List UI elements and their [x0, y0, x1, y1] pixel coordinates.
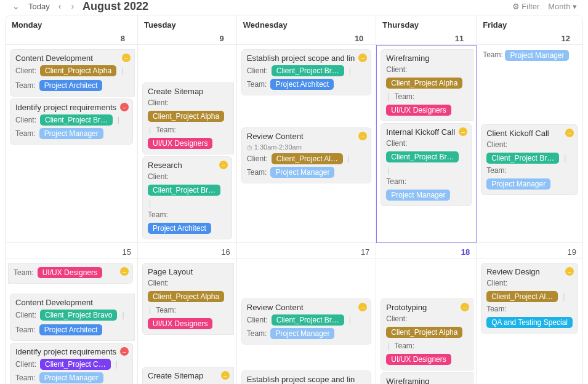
event-wireframing[interactable]: Wireframing Client:Client_Project Alpha|… [381, 49, 473, 121]
day-number-cell: 19 [477, 243, 583, 258]
event-content-development[interactable]: Content Development Client:Client_Projec… [10, 294, 135, 341]
event-client-kickoff[interactable]: – Client Kickoff Call Client:Client_Proj… [481, 124, 578, 195]
day-cell[interactable]: – Review Content Client:Client_Project B… [237, 258, 377, 384]
prev-chevron[interactable]: ‹ [57, 1, 63, 11]
client-badge: Client_Project Bravo [40, 310, 117, 321]
client-badge: Client_Project Br… [486, 153, 559, 164]
client-badge: Client_Project Br… [148, 185, 220, 196]
team-badge: QA and Testing Special [486, 317, 573, 328]
day-cell[interactable]: – Establish project scope and lin Client… [237, 45, 377, 243]
status-icon: – [122, 54, 131, 62]
team-badge: UI/UX Designers [148, 138, 212, 149]
team-badge: Project Manager [486, 178, 550, 190]
team-badge: Project Manager [39, 128, 103, 139]
event-research[interactable]: – Research Client:Client_Project Br…| Te… [142, 156, 232, 239]
client-badge: Client_Project Br… [272, 314, 344, 326]
event-page-layout[interactable]: Page Layout Client:Client_Project Alpha|… [142, 263, 234, 335]
day-cell[interactable]: Wireframing Client:Client_Project Alpha|… [376, 45, 477, 243]
calendar-toolbar: ⌄ Today ‹ › August 2022 ⚙ Filter Month ▾ [0, 0, 588, 12]
team-badge: Project Architect [39, 324, 103, 335]
status-icon: – [565, 267, 574, 276]
status-icon: – [120, 267, 129, 276]
client-badge: Client_Project Al… [272, 153, 343, 164]
month-title: August 2022 [83, 0, 148, 13]
team-badge: Project Architect [39, 80, 103, 91]
day-header-thursday: Thursday11 [376, 15, 477, 45]
day-number-cell: 16 [138, 243, 237, 258]
day-cell[interactable]: – Content Development Client: Client_Pro… [6, 45, 138, 243]
team-badge: UI/UX Designers [386, 354, 451, 365]
team-badge: Project Manager [505, 50, 569, 61]
team-badge: Project Manager [386, 190, 450, 201]
client-badge: Client_Project Alpha [148, 291, 224, 302]
day-header-friday: Friday12 [477, 15, 583, 45]
day-number-cell: 15 [6, 243, 138, 258]
day-header-monday: Monday8 [6, 15, 138, 45]
day-header-tuesday: Tuesday9 [138, 15, 237, 45]
dropdown-chevron[interactable]: ⌄ [11, 1, 21, 11]
client-badge: Client_Project Br… [272, 65, 344, 76]
event-wireframing[interactable]: Wireframing Client:Client_Project Br…|Te… [381, 372, 473, 384]
status-icon: – [221, 371, 230, 380]
client-badge: Client_Project Al… [486, 291, 558, 302]
event-internal-kickoff[interactable]: – Internal Kickoff Call Client:Client_Pr… [381, 123, 472, 206]
day-cell[interactable]: – Review Design Client:Client_Project Al… [477, 258, 583, 384]
client-badge: Client_Project Alpha [40, 65, 116, 76]
event-content-development[interactable]: – Content Development Client: Client_Pro… [10, 49, 135, 97]
calendar-grid: Monday8 Tuesday9 Wednesday10 Thursday11 … [5, 15, 583, 384]
event-identify-requirements[interactable]: – Identify project requirements Client:C… [10, 98, 133, 145]
status-icon: – [219, 161, 228, 169]
team-badge: Project Manager [270, 328, 334, 339]
event-continuation[interactable]: – Team:UI/UX Designers [8, 263, 133, 284]
team-badge: UI/UX Designers [386, 105, 451, 116]
day-cell[interactable]: Team: Project Manager – Client Kickoff C… [477, 45, 583, 243]
event-create-sitemap[interactable]: Create Sitemap Client:Client_Project Alp… [142, 82, 234, 154]
next-chevron[interactable]: › [70, 1, 75, 11]
status-icon: – [120, 347, 129, 356]
event-review-content[interactable]: – Review Content Client:Client_Project B… [241, 298, 372, 345]
event-review-design[interactable]: – Review Design Client:Client_Project Al… [481, 263, 578, 334]
event-identify-requirements[interactable]: – Identify project requirements Client:C… [10, 343, 133, 384]
team-badge: UI/UX Designers [148, 318, 212, 329]
team-badge: Project Manager [39, 372, 103, 383]
event-create-sitemap[interactable]: – Create Sitemap Client:Client_Project B… [142, 367, 234, 384]
day-number-cell: 17 [237, 243, 377, 258]
day-cell[interactable]: Create Sitemap Client:Client_Project Alp… [138, 45, 237, 243]
event-establish-scope[interactable]: Establish project scope and lin Client:C… [241, 370, 372, 384]
day-cell[interactable]: – Team:UI/UX Designers Content Developme… [6, 258, 138, 384]
day-header-wednesday: Wednesday10 [237, 15, 377, 45]
event-prototyping[interactable]: – Prototyping Client:Client_Project Alph… [381, 298, 473, 370]
view-selector[interactable]: Month ▾ [548, 2, 577, 11]
team-badge: Project Architect [270, 79, 334, 90]
team-badge: Project Manager [270, 167, 334, 178]
event-review-content[interactable]: – Review Content 1:30am-2:30am Client:Cl… [241, 127, 372, 183]
day-cell[interactable]: – Prototyping Client:Client_Project Alph… [376, 258, 477, 384]
team-badge: UI/UX Designers [38, 267, 102, 278]
today-button[interactable]: Today [28, 2, 50, 11]
client-badge: Client_Project Alpha [386, 78, 462, 89]
status-icon: – [565, 129, 574, 137]
event-establish-scope[interactable]: – Establish project scope and lin Client… [241, 49, 372, 95]
status-icon: – [120, 103, 129, 111]
client-badge: Client_Project Alpha [386, 327, 462, 338]
client-badge: Client_Project Br… [40, 114, 113, 126]
team-badge: Project Architect [148, 223, 211, 234]
filter-button[interactable]: ⚙ Filter [512, 2, 540, 11]
clock-icon [247, 143, 252, 151]
day-number-cell: 18 [376, 243, 477, 258]
day-cell[interactable]: Page Layout Client:Client_Project Alpha|… [138, 258, 237, 384]
client-badge: Client_Project C… [40, 359, 111, 370]
client-badge: Client_Project Alpha [148, 111, 224, 122]
client-badge: Client_Project Br… [386, 151, 459, 162]
